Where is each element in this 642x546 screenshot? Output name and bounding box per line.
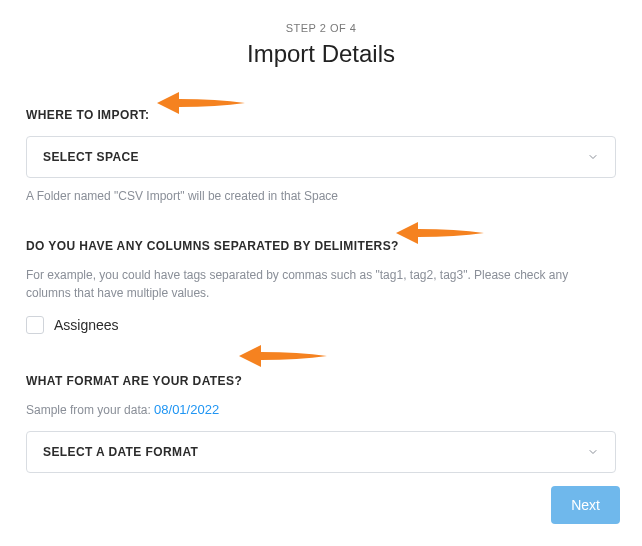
- date-format-label: WHAT FORMAT ARE YOUR DATES?: [26, 374, 616, 388]
- select-date-format-placeholder: SELECT A DATE FORMAT: [43, 445, 198, 459]
- date-sample-line: Sample from your data: 08/01/2022: [26, 402, 616, 417]
- section-delimiters: DO YOU HAVE ANY COLUMNS SEPARATED BY DEL…: [26, 239, 616, 334]
- section-date-format: WHAT FORMAT ARE YOUR DATES? Sample from …: [26, 374, 616, 473]
- step-indicator: STEP 2 OF 4: [26, 0, 616, 34]
- page-title: Import Details: [26, 40, 616, 68]
- assignees-checkbox[interactable]: [26, 316, 44, 334]
- delimiters-label-text: DO YOU HAVE ANY COLUMNS SEPARATED BY DEL…: [26, 239, 399, 253]
- chevron-down-icon: [587, 151, 599, 163]
- where-to-import-label-text: WHERE TO IMPORT:: [26, 108, 150, 122]
- delimiters-label: DO YOU HAVE ANY COLUMNS SEPARATED BY DEL…: [26, 239, 616, 253]
- date-format-label-text: WHAT FORMAT ARE YOUR DATES?: [26, 374, 242, 388]
- where-to-import-helper: A Folder named "CSV Import" will be crea…: [26, 188, 616, 205]
- chevron-down-icon: [587, 446, 599, 458]
- select-space-placeholder: SELECT SPACE: [43, 150, 139, 164]
- select-date-format-dropdown[interactable]: SELECT A DATE FORMAT: [26, 431, 616, 473]
- select-space-dropdown[interactable]: SELECT SPACE: [26, 136, 616, 178]
- assignees-checkbox-row: Assignees: [26, 316, 616, 334]
- delimiters-helper: For example, you could have tags separat…: [26, 267, 616, 302]
- date-sample-prefix: Sample from your data:: [26, 403, 154, 417]
- section-where-to-import: WHERE TO IMPORT: SELECT SPACE A Folder n…: [26, 108, 616, 205]
- next-button[interactable]: Next: [551, 486, 620, 524]
- where-to-import-label: WHERE TO IMPORT:: [26, 108, 616, 122]
- date-sample-value: 08/01/2022: [154, 402, 219, 417]
- assignees-checkbox-label: Assignees: [54, 317, 119, 333]
